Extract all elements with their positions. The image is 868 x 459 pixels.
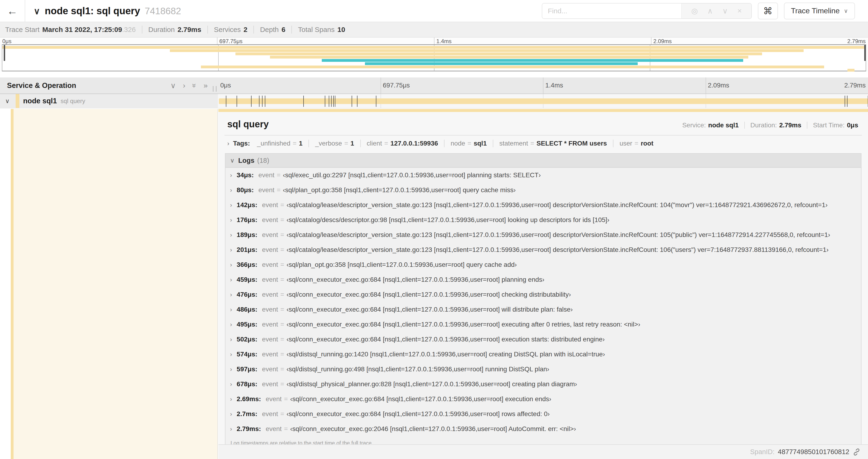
minimap-span bbox=[236, 53, 762, 55]
log-expand-icon[interactable]: › bbox=[230, 366, 232, 373]
log-expand-icon[interactable]: › bbox=[230, 351, 232, 358]
log-expand-icon[interactable]: › bbox=[230, 232, 232, 238]
trace-view-selector[interactable]: Trace Timeline ∨ bbox=[784, 3, 855, 19]
clear-search-icon[interactable]: × bbox=[737, 6, 742, 15]
log-entry[interactable]: ›142μs:event=‹sql/catalog/lease/descript… bbox=[225, 198, 861, 212]
log-field-name: event bbox=[262, 306, 278, 313]
log-expand-icon[interactable]: › bbox=[230, 261, 232, 268]
span-id-value: 4877749850101760812 bbox=[778, 448, 849, 456]
log-entry[interactable]: ›678μs:event=‹sql/distsql_physical_plann… bbox=[225, 377, 861, 392]
log-entry[interactable]: ›597μs:event=‹sql/distsql_running.go:498… bbox=[225, 362, 861, 377]
span-collapse-icon[interactable]: ∨ bbox=[5, 97, 9, 105]
detail-operation-name: sql query bbox=[227, 119, 269, 129]
log-expand-icon[interactable]: › bbox=[230, 306, 232, 313]
next-match-icon[interactable]: ∨ bbox=[722, 6, 728, 15]
log-equals: = bbox=[280, 336, 284, 343]
log-entry[interactable]: ›80μs:event=‹sql/plan_opt.go:358 [nsql1,… bbox=[225, 183, 861, 198]
log-field-name: event bbox=[262, 216, 278, 224]
find-input[interactable] bbox=[542, 3, 681, 19]
log-entry[interactable]: ›34μs:event=‹sql/exec_util.go:2297 [nsql… bbox=[225, 168, 861, 183]
span-id-label: SpanID: bbox=[750, 448, 775, 456]
log-entry[interactable]: ›2.79ms:event=‹sql/conn_executor_exec.go… bbox=[225, 421, 861, 436]
log-timestamp: 80μs: bbox=[237, 186, 254, 194]
log-timestamp: 495μs: bbox=[237, 321, 257, 328]
minimap-right-scrubber[interactable] bbox=[864, 45, 866, 61]
log-entry[interactable]: ›502μs:event=‹sql/conn_executor_exec.go:… bbox=[225, 332, 861, 347]
minimap-canvas[interactable] bbox=[2, 44, 866, 71]
minimap-ruler: 0μs697.75μs1.4ms2.09ms2.79ms bbox=[0, 38, 868, 44]
header-actions: ◎ ∧ ∨ × ⌘ Trace Timeline ∨ bbox=[542, 3, 868, 19]
minimap-span bbox=[170, 49, 804, 52]
log-entry[interactable]: ›2.69ms:event=‹sql/conn_executor_exec.go… bbox=[225, 392, 861, 406]
span-operation-name: sql query bbox=[61, 97, 85, 105]
log-equals: = bbox=[280, 261, 284, 268]
log-entry[interactable]: ›366μs:event=‹sql/plan_opt.go:358 [nsql1… bbox=[225, 257, 861, 272]
log-field-name: event bbox=[262, 246, 278, 254]
tags-expand-icon[interactable]: › bbox=[227, 140, 229, 147]
trace-start-value: March 31 2022, 17:25:09 bbox=[42, 26, 122, 34]
span-duration-bar[interactable] bbox=[219, 98, 868, 104]
log-timestamp: 189μs: bbox=[237, 231, 257, 239]
log-timestamp: 486μs: bbox=[237, 306, 257, 313]
back-button[interactable]: ← bbox=[0, 0, 25, 22]
minimap-left-scrubber[interactable] bbox=[4, 45, 5, 61]
log-expand-icon[interactable]: › bbox=[230, 187, 232, 194]
tag-separator bbox=[360, 140, 361, 147]
log-entry[interactable]: ›476μs:event=‹sql/conn_executor_exec.go:… bbox=[225, 287, 861, 302]
log-expand-icon[interactable]: › bbox=[230, 247, 232, 253]
log-expand-icon[interactable]: › bbox=[230, 276, 232, 283]
collapse-one-icon[interactable]: ∨ bbox=[170, 81, 176, 90]
span-detail-panel: sql query Service: node sql1 Duration: 2… bbox=[218, 112, 868, 444]
log-value: ‹sql/catalog/lease/descriptor_version_st… bbox=[286, 231, 830, 239]
log-expand-icon[interactable]: › bbox=[230, 217, 232, 223]
log-marker-tick bbox=[376, 96, 376, 107]
timeline-ruler: 0μs697.75μs1.4ms2.09ms2.79ms bbox=[218, 77, 868, 94]
logs-label: Logs bbox=[238, 157, 254, 164]
span-row-name-cell[interactable]: ∨ node sql1 sql query bbox=[0, 94, 218, 108]
log-expand-icon[interactable]: › bbox=[230, 396, 232, 402]
log-entry[interactable]: ›486μs:event=‹sql/conn_executor_exec.go:… bbox=[225, 302, 861, 317]
tag-key: _verbose bbox=[315, 140, 342, 147]
log-field-name: event bbox=[262, 201, 278, 209]
prev-match-icon[interactable]: ∧ bbox=[708, 6, 713, 15]
log-expand-icon[interactable]: › bbox=[230, 411, 232, 418]
expand-one-icon[interactable]: › bbox=[183, 81, 186, 90]
log-entry[interactable]: ›189μs:event=‹sql/catalog/lease/descript… bbox=[225, 227, 861, 242]
link-icon[interactable] bbox=[852, 448, 861, 456]
expand-all-icon[interactable]: » bbox=[204, 81, 208, 90]
log-entry[interactable]: ›201μs:event=‹sql/catalog/lease/descript… bbox=[225, 242, 861, 257]
log-marker-tick bbox=[847, 96, 847, 107]
log-entry[interactable]: ›459μs:event=‹sql/conn_executor_exec.go:… bbox=[225, 272, 861, 287]
log-entry[interactable]: ›176μs:event=‹sql/catalog/descs/descript… bbox=[225, 212, 861, 227]
minimap-span bbox=[270, 56, 748, 59]
span-timeline-band[interactable] bbox=[218, 94, 868, 108]
log-equals: = bbox=[280, 351, 284, 358]
log-equals: = bbox=[280, 381, 284, 388]
log-expand-icon[interactable]: › bbox=[230, 321, 232, 328]
locate-icon[interactable]: ◎ bbox=[691, 6, 698, 15]
tag-separator bbox=[613, 140, 614, 147]
back-arrow-icon: ← bbox=[7, 5, 18, 17]
keyboard-shortcuts-button[interactable]: ⌘ bbox=[758, 3, 778, 19]
log-field-name: event bbox=[258, 171, 275, 179]
log-expand-icon[interactable]: › bbox=[230, 291, 232, 298]
log-field-name: event bbox=[266, 425, 282, 433]
tag-value: 1 bbox=[299, 140, 303, 147]
divider bbox=[253, 26, 254, 34]
collapse-trace-icon[interactable]: ∨ bbox=[34, 6, 40, 16]
log-entry[interactable]: ›495μs:event=‹sql/conn_executor_exec.go:… bbox=[225, 317, 861, 332]
log-value: ‹sql/distsql_running.go:1420 [nsql1,clie… bbox=[286, 351, 605, 358]
column-resize-handle[interactable] bbox=[213, 86, 217, 92]
log-expand-icon[interactable]: › bbox=[230, 202, 232, 208]
log-entry[interactable]: ›574μs:event=‹sql/distsql_running.go:142… bbox=[225, 347, 861, 362]
log-expand-icon[interactable]: › bbox=[230, 381, 232, 388]
duration-value: 2.79ms bbox=[779, 122, 801, 129]
log-expand-icon[interactable]: › bbox=[230, 172, 232, 179]
log-expand-icon[interactable]: › bbox=[230, 426, 232, 432]
collapse-all-icon[interactable]: » bbox=[190, 84, 199, 88]
log-entry[interactable]: ›2.7ms:event=‹sql/conn_executor_exec.go:… bbox=[225, 406, 861, 421]
logs-collapse-icon[interactable]: ∨ bbox=[230, 157, 235, 164]
logs-header[interactable]: ∨ Logs (18) bbox=[225, 154, 861, 168]
log-expand-icon[interactable]: › bbox=[230, 336, 232, 343]
tags-accordion[interactable]: › Tags: _unfinished=1_verbose=1client=12… bbox=[218, 135, 868, 151]
